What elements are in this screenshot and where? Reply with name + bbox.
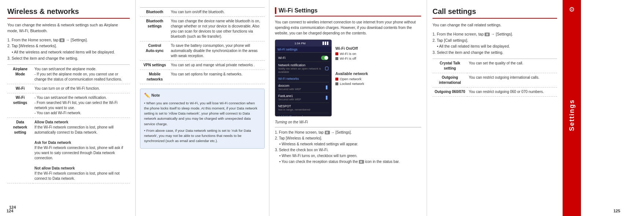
network-nespot[interactable]: NESPOT Not in range, remembered xyxy=(277,103,329,113)
network-fastlane[interactable]: FastLane1 Secured with WEP ▋ xyxy=(277,93,329,103)
open-network-label: Open network xyxy=(340,77,361,81)
wireless-title: Wireless & networks xyxy=(7,7,130,19)
open-network-item: Open network xyxy=(335,77,421,81)
wifi-step-3-bullet2: • You can check the reception status thr… xyxy=(279,159,421,165)
wifi-onoff-label: Wi-Fi On/Off xyxy=(335,46,358,51)
status-icons: ▋▋▋ xyxy=(323,42,329,45)
network-sub: Not in range, remembered xyxy=(278,108,310,111)
row-label: VPN settings xyxy=(140,61,169,70)
network-notification-item: Network notification Notify me when an o… xyxy=(277,62,329,75)
page-num-left: 124 xyxy=(7,209,13,213)
red-bar-icon xyxy=(275,7,276,14)
table-row: Outgoinginternational You can restrict o… xyxy=(433,73,557,87)
row-label: AirplaneMode xyxy=(7,64,33,84)
table-row: Crystal Talk setting You can set the qua… xyxy=(433,59,557,73)
wifi-toggle-label: Wi-Fi xyxy=(278,56,286,60)
row-label: Mobilenetworks xyxy=(140,70,169,84)
add-wifi-item[interactable]: Add Wi-Fi network xyxy=(277,113,329,116)
row-desc: You can restrict outgoing international … xyxy=(467,73,557,87)
wifi-on-item: Wi-Fi is on xyxy=(335,52,356,56)
sidebar-label: Settings xyxy=(568,99,576,131)
row-label: Datanetworksetting xyxy=(7,118,33,183)
call-intro: You can change the call related settings… xyxy=(433,22,557,28)
network-doocom[interactable]: doocom Secured with WEP ▋ xyxy=(277,82,329,93)
phone-screen: 1:04 PM ▋▋▋ Wi-Fi settings Wi-Fi Network… xyxy=(275,40,332,116)
wifi-step-3: 3. Select the check box on Wi-Fi. xyxy=(275,147,421,153)
phone-body: Wi-Fi Network notification Notify me whe… xyxy=(275,53,331,116)
locked-network-icon xyxy=(335,82,338,85)
note-label: Note xyxy=(151,93,160,98)
step-2: 2. Tap [Wireless & networks]. xyxy=(7,43,130,49)
table-row: AirplaneMode You can set/cancel the airp… xyxy=(7,64,130,84)
note-box: ✏️ Note When you are connected to Wi-Fi,… xyxy=(140,89,265,149)
wifi-off-label: Wi-Fi is off xyxy=(340,56,356,60)
step-3: 3. Select the item and change the settin… xyxy=(7,55,130,62)
table-row: Outgoing 060/070 You can restrict outgoi… xyxy=(433,87,557,96)
phone-status-bar: 1:04 PM ▋▋▋ xyxy=(275,40,331,46)
wireless-section: 124 Wireless & networks You can change t… xyxy=(0,0,136,216)
wifi-steps: 1. From the Home screen, tap ▦ → [Settin… xyxy=(275,130,421,165)
wireless-table: AirplaneMode You can set/cancel the airp… xyxy=(7,64,130,183)
network-name: NESPOT xyxy=(278,104,310,108)
note-pencil-icon: ✏️ xyxy=(144,92,150,99)
wifi-off-item: Wi-Fi is off xyxy=(335,56,356,60)
network-sub: Secured with WEP xyxy=(278,98,301,101)
wifi-networks-label: Wi-Fi networks xyxy=(277,75,329,82)
network-sub: Secured with WEP xyxy=(278,87,301,91)
row-label: Wi-Fi xyxy=(7,84,33,93)
row-desc: You can turn on or off the Wi-Fi functio… xyxy=(33,84,130,93)
step-1: 1. From the Home screen, tap ▦ → [Settin… xyxy=(7,37,130,43)
wifi-intro: You can connect to wirelles internet con… xyxy=(275,19,421,36)
row-desc: You can set up and mange virtual private… xyxy=(169,61,265,70)
row-label: Outgoinginternational xyxy=(433,73,467,87)
table-row: Mobilenetworks You can set options for r… xyxy=(140,70,265,84)
row-label: Bluetoothsettings xyxy=(140,17,169,41)
available-network-label: Available network xyxy=(335,71,368,76)
row-desc: You can change the device name while blu… xyxy=(169,17,265,41)
call-steps: 1. From the Home screen, tap ▦ → [Settin… xyxy=(433,31,557,56)
call-step-3: 3. Select the item and change the settin… xyxy=(433,49,557,56)
note-header: ✏️ Note xyxy=(144,92,261,99)
network-name: FastLane1 xyxy=(278,94,301,98)
row-desc: Allow Data network If the Wi-Fi network … xyxy=(33,118,130,183)
network-notification-sub: Notify me when an open network is availa… xyxy=(278,67,325,74)
settings-gear-icon: ⚙ xyxy=(569,5,575,14)
wifi-section: Wi-Fi Settings You can connect to wirell… xyxy=(269,0,427,216)
call-table: Crystal Talk setting You can set the qua… xyxy=(433,59,557,97)
available-network-annotation: Available network Open network Locked ne… xyxy=(335,71,421,86)
open-network-icon xyxy=(335,78,338,81)
note-bullet-1: When you are connected to Wi-Fi, you wil… xyxy=(144,101,261,127)
bluetooth-table: Bluetooth You can turn on/off the blueto… xyxy=(140,7,265,84)
wifi-step-1: 1. From the Home screen, tap ▦ → [Settin… xyxy=(275,130,421,135)
wifi-step-3-bullet1: • When Wi-Fi turns on, checkbox will tur… xyxy=(279,153,421,159)
table-row: ControlAuto-sync To save the battery con… xyxy=(140,41,265,61)
network-notification-label: Network notification xyxy=(278,63,325,67)
table-row: Bluetoothsettings You can change the dev… xyxy=(140,17,265,41)
wifi-on-label: Wi-Fi is on xyxy=(340,52,356,56)
locked-network-label: Locked network xyxy=(340,82,364,86)
call-title: Call settings xyxy=(433,7,557,19)
network-notification-checkbox[interactable] xyxy=(325,67,328,70)
wifi-caption: Turning on the Wi-Fi xyxy=(275,120,421,124)
table-row: VPN settings You can set up and mange vi… xyxy=(140,61,265,70)
divider xyxy=(275,127,421,127)
call-section: Call settings You can change the call re… xyxy=(427,0,563,216)
wifi-toggle-switch[interactable] xyxy=(321,56,328,60)
phone-header: Wi-Fi settings xyxy=(275,46,331,53)
call-step-2-bullet: • All the call related items will be dis… xyxy=(437,43,557,49)
middle-section: Bluetooth You can turn on/off the blueto… xyxy=(136,0,269,216)
wifi-onoff-annotation: Wi-Fi On/Off Wi-Fi is on Wi-Fi is off xyxy=(335,46,421,60)
row-desc: You can set/cancel the airplane mode.- I… xyxy=(33,64,130,84)
row-label: Crystal Talk setting xyxy=(433,59,467,73)
table-row: Bluetooth You can turn on/off the blueto… xyxy=(140,8,265,17)
row-label: ControlAuto-sync xyxy=(140,41,169,61)
call-step-2: 2. Tap [Call settings]. xyxy=(433,37,557,44)
row-label: Outgoing 060/070 xyxy=(433,87,467,96)
row-desc: - You can set/cancel the network notific… xyxy=(33,93,130,118)
row-desc: You can turn on/off the bluetooth. xyxy=(169,8,265,17)
step-2-bullet: • All the wireless and network related i… xyxy=(12,49,130,55)
row-desc: You can set the quality of the call. xyxy=(467,59,557,73)
wifi-title: Wi-Fi Settings xyxy=(279,7,318,14)
row-desc: You can set options for roaming & networ… xyxy=(169,70,265,84)
wifi-step-2: 2. Tap [Wireless & networks]. xyxy=(275,135,421,141)
